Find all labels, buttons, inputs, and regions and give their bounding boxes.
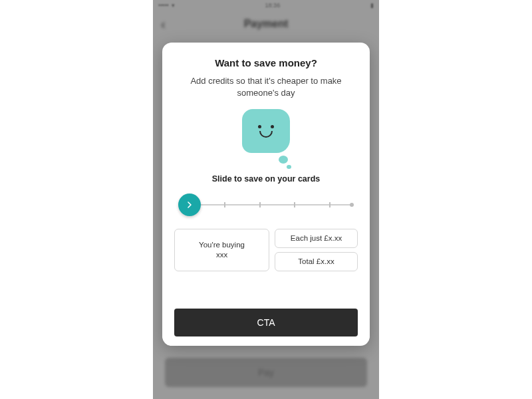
slider-end-tick <box>350 203 354 207</box>
back-button[interactable]: ‹ <box>161 17 166 32</box>
credits-slider[interactable] <box>178 193 354 217</box>
total-price-label: Total £x.xx <box>298 257 334 267</box>
modal-title: Want to save money? <box>174 57 358 68</box>
page-title: Payment <box>244 18 289 30</box>
buying-value: xxx <box>216 250 227 260</box>
mascot-face-icon <box>242 109 290 153</box>
phone-frame: ••••• ▾ 18:36 ▮ ‹ Payment Pay Want to sa… <box>153 0 379 399</box>
buying-label: You're buying <box>199 240 245 250</box>
slider-tick <box>259 202 261 207</box>
slider-tick <box>329 202 331 207</box>
each-price-box: Each just £x.xx <box>275 229 358 248</box>
each-price-label: Each just £x.xx <box>291 233 342 243</box>
battery-icon: ▮ <box>370 2 374 9</box>
thought-bubble-small-icon <box>287 165 291 169</box>
total-price-box: Total £x.xx <box>275 252 358 271</box>
slider-track <box>189 204 351 205</box>
slider-thumb[interactable] <box>178 194 201 216</box>
background-pay-label: Pay <box>258 367 274 378</box>
save-money-modal: Want to save money? Add credits so that … <box>162 43 370 346</box>
slider-tick <box>294 202 295 207</box>
buying-box: You're buying xxx <box>174 229 269 271</box>
carrier-dots: ••••• <box>158 2 169 9</box>
cta-label: CTA <box>257 317 275 328</box>
chevron-right-icon <box>186 201 193 208</box>
mascot-illustration <box>174 109 358 165</box>
slider-tick <box>224 202 225 207</box>
wifi-icon: ▾ <box>172 2 175 9</box>
cta-button[interactable]: CTA <box>174 309 358 336</box>
status-bar: ••••• ▾ 18:36 ▮ <box>153 0 379 11</box>
background-pay-button[interactable]: Pay <box>165 358 367 387</box>
slider-label: Slide to save on your cards <box>174 174 358 184</box>
modal-subtitle: Add credits so that it's cheaper to make… <box>174 75 358 98</box>
nav-bar: ‹ Payment <box>153 11 379 37</box>
status-time: 18:36 <box>265 2 281 9</box>
summary-row: You're buying xxx Each just £x.xx Total … <box>174 229 358 271</box>
thought-bubble-icon <box>279 156 288 164</box>
